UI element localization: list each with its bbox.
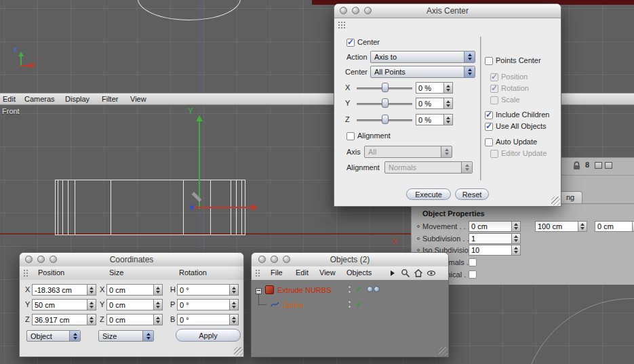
execute-button[interactable]: Execute <box>406 188 451 200</box>
pos-y-field[interactable]: 50 cm <box>32 299 87 310</box>
drag-handle[interactable] <box>23 269 29 277</box>
size-mode-select[interactable]: Size <box>98 330 154 342</box>
slider-y-thumb[interactable] <box>382 98 389 108</box>
object-origin-point[interactable] <box>190 205 194 209</box>
lock-icon[interactable] <box>573 161 580 170</box>
movement-z-field[interactable]: 0 cm <box>595 221 633 232</box>
rot-p-field[interactable]: 0 ° <box>177 299 230 310</box>
objects-menu-view[interactable]: View <box>319 268 336 277</box>
iso-subdivision-field[interactable]: 10 <box>469 245 512 256</box>
apply-button[interactable]: Apply <box>176 329 241 342</box>
include-children-checkbox[interactable] <box>485 111 493 119</box>
render-visibility-dot[interactable] <box>348 290 351 294</box>
alignment-checkbox-label: Alignment <box>357 132 391 140</box>
slider-x-value-field[interactable]: 0 % <box>416 82 444 94</box>
movement-y-stepper[interactable] <box>578 221 587 232</box>
menu-cameras[interactable]: Cameras <box>24 95 55 103</box>
objects-menu-file[interactable]: File <box>271 268 283 277</box>
editor-visibility-dot[interactable] <box>348 300 351 304</box>
slider-z-thumb[interactable] <box>382 115 389 124</box>
reset-button[interactable]: Reset <box>455 188 489 200</box>
resize-grip[interactable] <box>234 347 243 356</box>
history-badge[interactable]: 8 <box>585 161 589 169</box>
size-x-stepper[interactable] <box>154 284 163 296</box>
flip-normals-checkbox[interactable] <box>469 258 477 266</box>
center-select[interactable]: All Points <box>370 66 475 78</box>
enabled-check-icon[interactable]: ✓ <box>355 285 361 294</box>
subdivision-stepper[interactable] <box>512 233 521 244</box>
menu-edit[interactable]: Edit <box>3 95 16 103</box>
render-visibility-dot[interactable] <box>348 305 351 308</box>
movement-x-stepper[interactable] <box>512 221 521 232</box>
slider-z-stepper[interactable] <box>444 114 453 125</box>
editor-update-checkbox[interactable] <box>490 150 498 158</box>
use-all-objects-checkbox[interactable] <box>485 123 493 131</box>
pos-x-field[interactable]: -18.363 cm <box>32 284 87 296</box>
object-mode-select[interactable]: Object <box>26 330 81 342</box>
tree-item-extrude-nurbs[interactable]: Extrude NURBS <box>277 286 331 294</box>
size-y-stepper[interactable] <box>154 299 163 310</box>
pos-z-stepper[interactable] <box>87 314 96 325</box>
objects-titlebar[interactable]: Objects (2) <box>252 253 448 267</box>
movement-x-field[interactable]: 0 cm <box>469 221 512 232</box>
x-axis-arrow[interactable] <box>193 207 252 208</box>
center-checkbox[interactable] <box>346 39 355 47</box>
pos-y-stepper[interactable] <box>87 299 96 310</box>
y-axis-arrow[interactable] <box>199 117 200 209</box>
scale-checkbox[interactable] <box>490 96 498 104</box>
tree-item-spline[interactable]: Spline <box>283 301 304 309</box>
panel-layout-icon[interactable] <box>605 162 612 169</box>
subdivision-field[interactable]: 1 <box>469 233 512 244</box>
coordinates-titlebar[interactable]: Coordinates <box>20 253 243 267</box>
objects-menu-edit[interactable]: Edit <box>296 268 309 277</box>
movement-y-field[interactable]: 100 cm <box>535 221 578 232</box>
menu-filter[interactable]: Filter <box>102 95 118 103</box>
slider-x-stepper[interactable] <box>444 82 453 94</box>
rotation-checkbox[interactable] <box>490 85 498 93</box>
menu-display[interactable]: Display <box>65 95 90 103</box>
hierarchical-checkbox[interactable] <box>469 270 477 279</box>
pos-z-field[interactable]: 36.917 cm <box>32 314 87 325</box>
rot-b-stepper[interactable] <box>230 314 239 325</box>
auto-update-checkbox[interactable] <box>485 138 493 146</box>
tab-smoothing[interactable]: ng <box>558 191 582 204</box>
alignment-checkbox[interactable] <box>346 132 355 140</box>
home-icon[interactable] <box>414 268 423 278</box>
resize-grip[interactable] <box>551 197 560 205</box>
drag-handle[interactable] <box>338 21 346 29</box>
size-z-field[interactable]: 0 cm <box>106 314 154 325</box>
pos-x-stepper[interactable] <box>87 284 96 296</box>
smoothing-tag-icon[interactable] <box>374 286 380 292</box>
header-position: Position <box>38 268 64 277</box>
rot-h-stepper[interactable] <box>230 284 239 296</box>
eye-icon[interactable] <box>427 268 436 278</box>
size-y-field[interactable]: 0 cm <box>106 299 154 310</box>
action-select[interactable]: Axis to <box>370 51 475 63</box>
axis-center-titlebar[interactable]: Axis Center <box>334 4 561 18</box>
rot-h-field[interactable]: 0 ° <box>177 284 230 296</box>
slider-x-thumb[interactable] <box>382 83 389 92</box>
size-z-stepper[interactable] <box>154 314 163 325</box>
points-center-checkbox[interactable] <box>485 57 493 65</box>
iso-subdivision-stepper[interactable] <box>512 245 521 256</box>
alignment-select[interactable]: Normals <box>384 161 473 174</box>
rot-b-field[interactable]: 0 ° <box>177 314 230 325</box>
slider-y-stepper[interactable] <box>444 98 453 109</box>
rot-p-stepper[interactable] <box>230 299 239 310</box>
menu-view[interactable]: View <box>130 95 146 103</box>
menu-overflow-icon[interactable] <box>391 270 395 276</box>
panel-layout-icon[interactable] <box>595 162 602 169</box>
slider-y-value-field[interactable]: 0 % <box>416 98 444 109</box>
resize-grip[interactable] <box>439 347 448 356</box>
slider-z-value-field[interactable]: 0 % <box>416 114 444 125</box>
objects-menu-objects[interactable]: Objects <box>346 268 372 277</box>
axis-select[interactable]: All <box>364 146 452 158</box>
position-checkbox[interactable] <box>490 73 498 81</box>
search-icon[interactable] <box>401 268 410 278</box>
size-x-field[interactable]: 0 cm <box>106 284 154 296</box>
smoothing-tag-icon[interactable] <box>367 286 373 292</box>
view-label: Front <box>2 107 20 115</box>
editor-visibility-dot[interactable] <box>348 285 351 289</box>
enabled-check-icon[interactable]: ✓ <box>355 300 361 309</box>
drag-handle[interactable] <box>255 269 261 277</box>
